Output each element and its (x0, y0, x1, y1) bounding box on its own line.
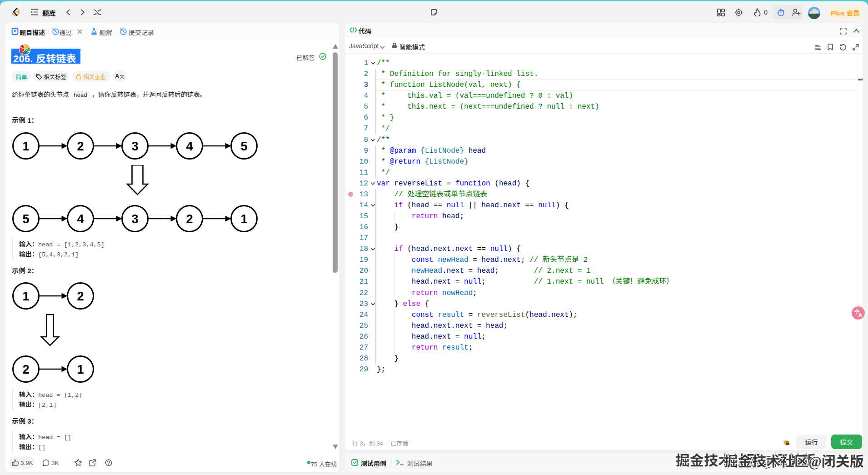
svg-text:2: 2 (77, 140, 84, 153)
svg-text:4: 4 (77, 212, 84, 226)
svg-text:5: 5 (240, 140, 247, 153)
svg-text:4: 4 (186, 140, 193, 153)
svg-text:1: 1 (22, 140, 29, 153)
svg-text:2: 2 (22, 363, 29, 376)
svg-text:3: 3 (131, 212, 138, 226)
svg-text:2: 2 (186, 212, 193, 226)
svg-text:1: 1 (240, 212, 247, 226)
svg-text:3: 3 (131, 140, 138, 153)
svg-text:1: 1 (77, 363, 84, 376)
svg-text:5: 5 (22, 212, 29, 226)
svg-text:1: 1 (22, 290, 29, 303)
svg-text:2: 2 (77, 290, 84, 303)
